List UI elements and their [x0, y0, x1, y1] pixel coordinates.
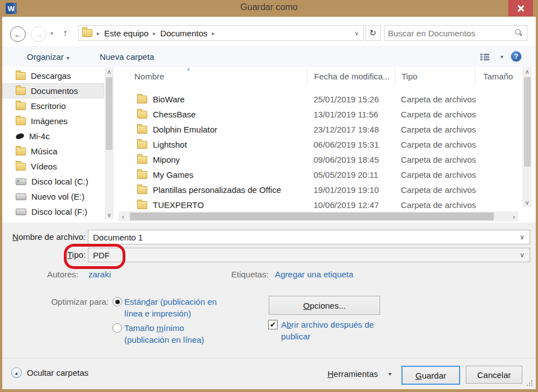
- radio-standard-label[interactable]: Estándar (publicación en línea e impresi…: [124, 296, 223, 319]
- sidebar-item-label: Documentos: [31, 86, 78, 96]
- horizontal-scrollbar[interactable]: ‹ ›: [119, 211, 518, 221]
- folder-icon: [137, 186, 147, 194]
- scroll-down-icon[interactable]: ∨: [107, 210, 111, 219]
- toolbar-right-group: ▾ ?: [480, 51, 521, 62]
- column-header-fecha[interactable]: Fecha de modifica...: [307, 67, 395, 85]
- chevron-down-icon[interactable]: ∨: [520, 233, 525, 241]
- sidebar-item-label: Disco local (F:): [31, 207, 87, 216]
- scroll-up-icon[interactable]: ∧: [107, 67, 111, 76]
- drive-icon: [16, 209, 26, 215]
- titlebar[interactable]: W Guardar como: [0, 0, 538, 17]
- navigation-bar: ← → ▾ ↑ ▸ Este equipo ▸ Documentos ▸ ∨ ↻: [2, 17, 536, 46]
- change-view-icon[interactable]: [480, 53, 490, 60]
- tools-caret-icon[interactable]: ▾: [389, 371, 391, 377]
- radio-standard[interactable]: [113, 297, 122, 306]
- radio-minimum-size[interactable]: [113, 323, 122, 333]
- refresh-button[interactable]: ↻: [365, 25, 381, 41]
- pictures-folder-icon: [16, 117, 26, 125]
- sidebar-item-nuevo-vol-e[interactable]: Nuevo vol (E:): [2, 189, 104, 204]
- sort-ascending-icon: ▲: [186, 66, 191, 72]
- breadcrumb-documentos[interactable]: Documentos: [156, 29, 212, 38]
- scroll-down-icon[interactable]: ∨: [525, 198, 529, 207]
- file-type-combobox[interactable]: PDF ∨: [88, 248, 530, 262]
- table-row[interactable]: TUEXPERTO10/06/2019 12:47Carpeta de arch…: [118, 197, 522, 212]
- breadcrumb-este-equipo[interactable]: Este equipo: [100, 29, 153, 38]
- table-row[interactable]: ChessBase13/01/2019 11:56Carpeta de arch…: [118, 107, 522, 122]
- add-tag-link[interactable]: Agregar una etiqueta: [275, 270, 353, 279]
- address-folder-icon: [82, 29, 92, 37]
- organize-caret-icon: ▾: [67, 55, 69, 61]
- search-icon[interactable]: [514, 29, 522, 37]
- tools-menu[interactable]: Herramientas: [328, 369, 378, 379]
- refresh-icon: ↻: [369, 28, 377, 38]
- breadcrumb-separator-icon: ▸: [212, 30, 215, 36]
- chevron-down-icon[interactable]: ∨: [520, 251, 525, 259]
- authors-value[interactable]: zaraki: [88, 270, 111, 279]
- column-header-tipo[interactable]: Tipo: [395, 67, 475, 85]
- table-row[interactable]: BioWare25/01/2019 15:26Carpeta de archiv…: [118, 92, 522, 107]
- file-name: Plantillas personalizadas de Office: [153, 185, 281, 195]
- new-folder-button[interactable]: Nueva carpeta: [100, 52, 155, 62]
- sidebar-item-musica[interactable]: Música: [2, 144, 104, 159]
- recent-locations-caret[interactable]: ▾: [50, 30, 53, 36]
- file-type: Carpeta de archivos: [395, 155, 475, 164]
- search-input[interactable]: [385, 29, 514, 38]
- sidebar-item-label: Música: [31, 147, 58, 156]
- table-row[interactable]: Lightshot06/06/2019 15:31Carpeta de arch…: [118, 137, 522, 152]
- table-row[interactable]: Mipony09/06/2019 18:45Carpeta de archivo…: [118, 152, 522, 167]
- file-scroll-thumb[interactable]: [524, 77, 531, 167]
- table-row[interactable]: Plantillas personalizadas de Office19/01…: [118, 182, 522, 197]
- address-bar[interactable]: ▸ Este equipo ▸ Documentos ▸ ∨: [78, 25, 364, 41]
- windows-drive-icon: [16, 178, 26, 185]
- sidebar-item-mi-4c[interactable]: Mi-4c: [2, 129, 104, 144]
- save-as-dialog: W Guardar como ← → ▾ ↑ ▸ Este equipo ▸ D…: [0, 0, 538, 392]
- column-header-nombre[interactable]: Nombre: [118, 72, 307, 81]
- file-list: ▲ Nombre Fecha de modifica... Tipo Tamañ…: [118, 67, 522, 223]
- sidebar-item-label: Descargas: [31, 71, 71, 81]
- scroll-up-icon[interactable]: ∧: [525, 67, 529, 76]
- open-after-publish-label[interactable]: Abrir archivo después de publicar: [281, 319, 396, 342]
- column-header-tamano[interactable]: Tamaño: [475, 67, 522, 85]
- scroll-left-icon[interactable]: ‹: [119, 212, 128, 221]
- hide-folders-button[interactable]: ▴ Ocultar carpetas: [11, 367, 88, 378]
- folder-icon: [137, 111, 147, 119]
- table-row[interactable]: Dolphin Emulator23/12/2017 19:48Carpeta …: [118, 122, 522, 137]
- scroll-right-icon[interactable]: ›: [509, 212, 518, 221]
- resize-grip[interactable]: [526, 379, 532, 386]
- file-type: Carpeta de archivos: [395, 200, 475, 210]
- back-button[interactable]: ←: [10, 26, 26, 42]
- file-name: ChessBase: [153, 110, 196, 119]
- view-caret-icon[interactable]: ▾: [500, 54, 503, 60]
- sidebar-scrollbar[interactable]: ∧ ∨: [105, 67, 114, 219]
- address-dropdown-icon[interactable]: ∨: [354, 30, 359, 37]
- sidebar-item-imagenes[interactable]: Imágenes: [2, 114, 104, 129]
- save-button[interactable]: Guardar: [401, 366, 460, 385]
- folder-icon: [137, 201, 147, 209]
- search-box: [384, 25, 527, 41]
- help-icon[interactable]: ?: [511, 51, 521, 62]
- sidebar-item-label: Imágenes: [31, 116, 68, 126]
- drive-icon: [16, 193, 26, 200]
- sidebar-item-descargas[interactable]: Descargas: [2, 68, 104, 83]
- file-name: BioWare: [153, 95, 185, 104]
- file-type: Carpeta de archivos: [395, 95, 475, 104]
- options-button[interactable]: Opciones...: [269, 296, 380, 315]
- up-button[interactable]: ↑: [63, 27, 68, 39]
- file-name-combobox[interactable]: Documento 1 ∨: [88, 230, 530, 244]
- organize-menu[interactable]: Organizar▾: [27, 52, 69, 62]
- horizontal-scroll-thumb[interactable]: [130, 212, 494, 220]
- sidebar-item-documentos[interactable]: Documentos: [2, 83, 104, 98]
- close-button[interactable]: [508, 0, 533, 16]
- sidebar-item-disco-f[interactable]: Disco local (F:): [2, 204, 104, 219]
- cancel-button[interactable]: Cancelar: [466, 366, 522, 384]
- forward-button[interactable]: →: [31, 26, 46, 42]
- file-list-scrollbar[interactable]: ∧ ∨: [522, 67, 532, 207]
- table-row[interactable]: My Games05/05/2019 20:11Carpeta de archi…: [118, 167, 522, 182]
- open-after-publish-checkbox[interactable]: ✔: [268, 320, 278, 329]
- radio-minimum-size-label[interactable]: Tamaño mínimo (publicación en línea): [124, 322, 223, 346]
- sidebar-item-label: Escritorio: [31, 101, 66, 111]
- sidebar-item-disco-c[interactable]: Disco local (C:): [2, 174, 104, 189]
- sidebar-item-videos[interactable]: Vídeos: [2, 159, 104, 174]
- sidebar-item-escritorio[interactable]: Escritorio: [2, 98, 104, 114]
- sidebar-scroll-thumb[interactable]: [106, 77, 113, 150]
